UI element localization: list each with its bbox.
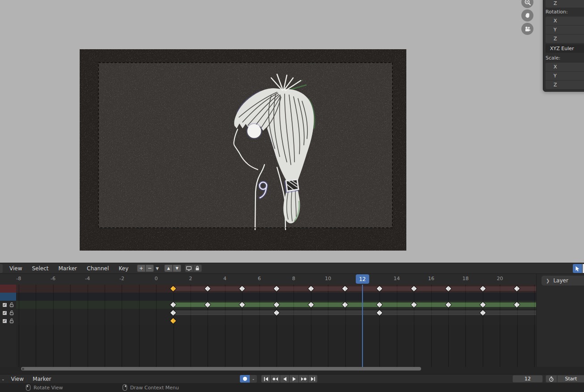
- dope-sheet-sidebar: ❯ Layer: [536, 274, 584, 367]
- chevron-right-icon: ❯: [546, 278, 550, 283]
- timeline-ruler[interactable]: -8-6-4-202468101416182012: [0, 274, 584, 285]
- horizontal-scrollbar[interactable]: [21, 367, 421, 371]
- scale-label: Scale:: [543, 54, 584, 62]
- plus-icon[interactable]: +: [137, 264, 145, 272]
- channel-row-gp-layer-1[interactable]: [16, 301, 536, 309]
- ruler-tick: 2: [189, 276, 192, 281]
- channel-enable-checkbox[interactable]: ✓: [2, 311, 7, 315]
- ruler-tick: 8: [292, 276, 295, 281]
- stopwatch-icon[interactable]: [546, 375, 557, 383]
- auto-key-record-icon[interactable]: [240, 375, 250, 383]
- ruler-tick: -2: [119, 276, 124, 281]
- channel-controls-gp-layer-1: ✓: [0, 301, 16, 309]
- jump-to-start-icon[interactable]: [261, 375, 270, 383]
- rotation-x-field[interactable]: X: [546, 17, 584, 25]
- mouse-right-button-icon: [123, 384, 127, 391]
- scale-y-field[interactable]: Y 1: [546, 72, 584, 80]
- current-frame-indicator[interactable]: 12: [356, 274, 369, 284]
- cursor-select-icon[interactable]: [573, 264, 582, 273]
- 3d-viewport[interactable]: Z 1.86 Rotation: X Y Z XYZ Euler Scale: …: [0, 0, 584, 263]
- menu-view[interactable]: View: [7, 375, 28, 383]
- dope-sheet-editor: View Select Marker Channel Key + − ▼ ▲ ▼…: [0, 263, 584, 374]
- horizontal-scrollbar-track[interactable]: [16, 365, 536, 372]
- ruler-tick: -8: [16, 276, 21, 281]
- field-label: X: [554, 64, 557, 70]
- triangle-down-icon[interactable]: ▼: [173, 264, 181, 272]
- unlock-icon[interactable]: [9, 318, 14, 324]
- menu-marker[interactable]: Marker: [28, 375, 55, 383]
- channel-enable-checkbox[interactable]: ✓: [2, 303, 7, 307]
- play-icon[interactable]: [290, 375, 298, 383]
- next-keyframe-icon[interactable]: [299, 375, 308, 383]
- channel-row-gp-layer-3[interactable]: [16, 317, 536, 325]
- channel-color-summary[interactable]: [0, 285, 16, 293]
- channel-color-object[interactable]: [0, 293, 16, 301]
- screen-icon[interactable]: [185, 264, 193, 272]
- channel-row-object[interactable]: [16, 293, 536, 301]
- minus-icon[interactable]: −: [145, 264, 154, 272]
- current-frame-value: 12: [524, 376, 531, 382]
- transform-panel: Z 1.86 Rotation: X Y Z XYZ Euler Scale: …: [543, 0, 584, 92]
- channel-list: ✓✓✓: [0, 285, 16, 367]
- ruler-tick: 4: [223, 276, 226, 281]
- jump-to-end-icon[interactable]: [308, 375, 317, 383]
- mouse-left-button-icon: [26, 384, 30, 391]
- lock-icon[interactable]: [193, 264, 202, 272]
- ruler-tick: -6: [51, 276, 55, 281]
- field-label: Z: [554, 82, 557, 88]
- zoom-icon[interactable]: [521, 0, 533, 8]
- field-label: Z: [554, 0, 557, 6]
- grease-pencil-drawing: [80, 49, 406, 251]
- channel-enable-checkbox[interactable]: ✓: [2, 319, 7, 324]
- rotation-z-field[interactable]: Z: [546, 34, 584, 43]
- ruler-tick: 6: [258, 276, 261, 281]
- start-frame-field[interactable]: Start: [557, 375, 584, 383]
- menu-select[interactable]: Select: [27, 263, 53, 274]
- field-label: Y: [554, 73, 557, 79]
- ruler-tick: 0: [155, 276, 158, 281]
- menu-key[interactable]: Key: [114, 263, 133, 274]
- channel-row-gp-layer-2[interactable]: [16, 309, 536, 317]
- rotation-y-field[interactable]: Y: [546, 26, 584, 34]
- scale-x-field[interactable]: X 1: [546, 63, 584, 71]
- hint-context-menu: Draw Context Menu: [130, 385, 179, 391]
- current-frame-field[interactable]: 12: [512, 375, 543, 383]
- field-label: X: [554, 18, 557, 24]
- field-label: Z: [554, 36, 557, 42]
- menu-channel[interactable]: Channel: [82, 263, 114, 274]
- location-z-field[interactable]: Z 1.86: [546, 0, 584, 8]
- rotation-label: Rotation:: [543, 8, 584, 16]
- unlock-icon[interactable]: [9, 302, 14, 307]
- layer-tab-label: Layer: [553, 277, 568, 284]
- triangle-up-icon[interactable]: ▲: [164, 264, 173, 272]
- channel-controls-gp-layer-3: ✓: [0, 317, 16, 325]
- start-field-label: Start: [565, 376, 577, 382]
- menu-view[interactable]: View: [4, 263, 27, 274]
- timeline-footer: ⌄ View Marker ⌄ 12 S: [0, 374, 584, 383]
- chevron-down-icon[interactable]: ▼: [154, 266, 161, 271]
- rotation-mode-dropdown[interactable]: XYZ Euler: [546, 44, 584, 53]
- editor-type-dropdown[interactable]: [0, 264, 3, 273]
- unlock-icon[interactable]: [9, 310, 14, 315]
- menu-marker[interactable]: Marker: [54, 263, 82, 274]
- keyframe-diamond[interactable]: [170, 317, 177, 324]
- ruler-tick: 20: [497, 276, 503, 281]
- ruler-tick: 16: [428, 276, 434, 281]
- ruler-tick: -4: [85, 276, 90, 281]
- channel-row-summary[interactable]: [16, 285, 536, 293]
- ruler-tick: 10: [325, 276, 331, 281]
- play-reverse-icon[interactable]: [280, 375, 289, 383]
- dope-sheet-header: View Select Marker Channel Key + − ▼ ▲ ▼: [0, 263, 584, 274]
- pan-hand-icon[interactable]: [521, 9, 533, 21]
- camera-canvas[interactable]: [80, 49, 406, 251]
- editor-type-dropdown[interactable]: ⌄: [0, 377, 7, 381]
- scale-z-field[interactable]: Z 1: [546, 81, 584, 89]
- channel-controls-gp-layer-2: ✓: [0, 309, 16, 317]
- playhead-line[interactable]: [362, 285, 363, 367]
- layer-panel-tab[interactable]: ❯ Layer: [541, 276, 584, 285]
- camera-view-icon[interactable]: [521, 23, 533, 35]
- previous-keyframe-icon[interactable]: [271, 375, 280, 383]
- chevron-down-icon[interactable]: ⌄: [250, 375, 257, 383]
- field-label: Y: [554, 27, 557, 33]
- hint-rotate-view: Rotate View: [34, 385, 63, 391]
